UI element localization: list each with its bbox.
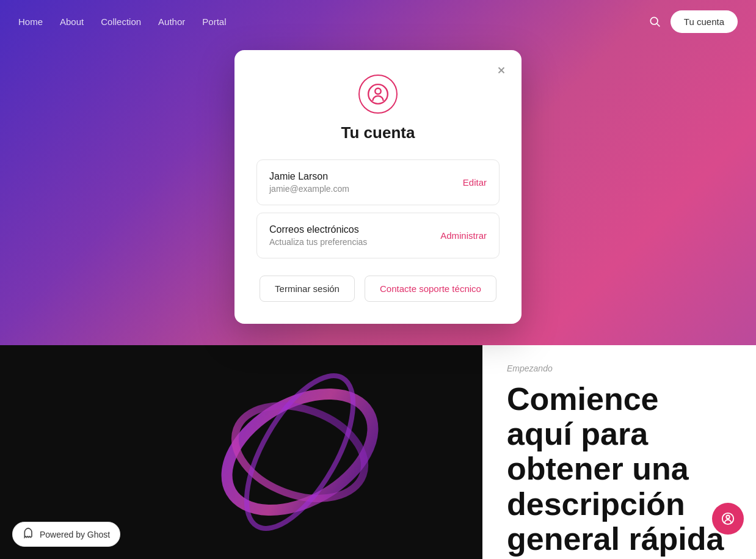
emails-info-left: Correos electrónicos Actualiza tus prefe… bbox=[269, 224, 367, 247]
avatar bbox=[256, 75, 500, 114]
user-info-left: Jamie Larson jamie@example.com bbox=[269, 171, 349, 194]
edit-button[interactable]: Editar bbox=[463, 177, 487, 188]
account-modal: Tu cuenta Jamie Larson jamie@example.com… bbox=[234, 50, 522, 324]
ghost-icon bbox=[23, 527, 35, 541]
user-info-card: Jamie Larson jamie@example.com Editar bbox=[256, 159, 500, 205]
close-button[interactable] bbox=[492, 61, 511, 79]
manage-button[interactable]: Administrar bbox=[440, 230, 487, 241]
modal-title: Tu cuenta bbox=[256, 123, 500, 142]
powered-by-label: Powered by Ghost bbox=[40, 530, 110, 539]
emails-card: Correos electrónicos Actualiza tus prefe… bbox=[256, 213, 500, 258]
emails-sublabel: Actualiza tus preferencias bbox=[269, 237, 367, 247]
signout-button[interactable]: Terminar sesión bbox=[260, 276, 355, 302]
float-action-button[interactable] bbox=[712, 503, 744, 535]
user-name: Jamie Larson bbox=[269, 171, 349, 182]
powered-by[interactable]: Powered by Ghost bbox=[12, 522, 120, 547]
emails-label: Correos electrónicos bbox=[269, 224, 367, 235]
modal-overlay: Tu cuenta Jamie Larson jamie@example.com… bbox=[0, 0, 756, 559]
modal-actions: Terminar sesión Contacte soporte técnico bbox=[256, 276, 500, 302]
user-email: jamie@example.com bbox=[269, 184, 349, 194]
avatar-icon bbox=[358, 75, 398, 114]
support-button[interactable]: Contacte soporte técnico bbox=[365, 276, 496, 302]
svg-point-10 bbox=[726, 516, 730, 519]
svg-point-5 bbox=[375, 89, 381, 95]
